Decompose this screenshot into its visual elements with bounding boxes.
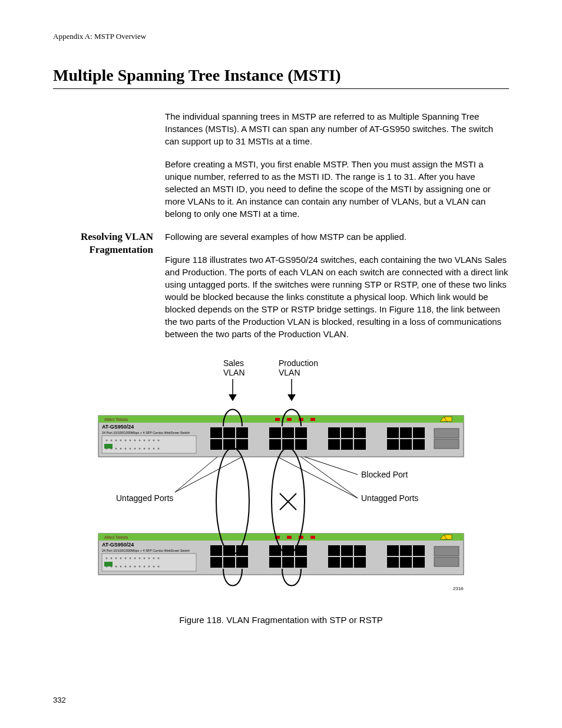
blocked-x-icon (280, 493, 296, 510)
running-header: Appendix A: MSTP Overview (53, 32, 509, 41)
svg-rect-97 (236, 557, 248, 568)
svg-point-75 (153, 558, 155, 559)
svg-rect-92 (210, 545, 222, 556)
svg-point-65 (106, 558, 108, 559)
svg-rect-32 (210, 427, 222, 438)
svg-point-74 (148, 558, 150, 559)
figure-svg: SalesVLAN ProductionVLAN Allied Telesis … (92, 357, 470, 604)
svg-point-16 (158, 440, 160, 442)
svg-rect-44 (328, 427, 340, 438)
svg-rect-35 (210, 439, 222, 450)
svg-rect-46 (354, 427, 366, 438)
label-untagged-left: Untagged Ports (116, 493, 173, 503)
svg-rect-53 (387, 439, 399, 450)
switch-model-bottom: AT-GS950/24 (102, 542, 134, 548)
svg-point-76 (158, 558, 160, 559)
svg-rect-40 (295, 427, 307, 438)
svg-point-87 (153, 566, 155, 568)
svg-point-85 (144, 566, 146, 568)
svg-point-83 (134, 566, 136, 568)
svg-point-88 (158, 566, 160, 568)
svg-rect-47 (328, 439, 340, 450)
svg-rect-63 (98, 533, 464, 541)
svg-rect-33 (223, 427, 235, 438)
svg-rect-43 (295, 439, 307, 450)
section-paragraph-1: Following are several examples of how MS… (165, 230, 509, 243)
svg-rect-52 (413, 427, 425, 438)
svg-rect-49 (354, 439, 366, 450)
arrow-production (288, 379, 295, 400)
svg-rect-3 (98, 416, 464, 423)
switch-brand-top: Allied Telesis (104, 417, 128, 421)
svg-rect-64 (102, 554, 196, 571)
svg-rect-37 (236, 439, 248, 450)
svg-rect-57 (434, 439, 459, 449)
svg-rect-108 (341, 557, 353, 568)
line-untagged-right-2 (301, 457, 358, 498)
svg-rect-50 (387, 427, 399, 438)
svg-rect-113 (387, 557, 399, 568)
svg-point-86 (148, 566, 150, 568)
label-production-vlan: ProductionVLAN (279, 358, 318, 377)
svg-point-23 (134, 448, 136, 450)
svg-point-28 (158, 448, 160, 450)
svg-rect-116 (434, 546, 459, 556)
svg-rect-51 (400, 427, 412, 438)
svg-rect-115 (413, 557, 425, 568)
svg-point-9 (125, 440, 127, 442)
svg-point-5 (106, 440, 108, 442)
svg-point-66 (111, 558, 113, 559)
svg-rect-101 (269, 557, 281, 568)
svg-rect-110 (387, 545, 399, 556)
svg-rect-121 (310, 536, 315, 539)
svg-point-72 (139, 558, 141, 559)
svg-rect-45 (341, 427, 353, 438)
svg-rect-96 (223, 557, 235, 568)
svg-point-80 (120, 566, 122, 568)
svg-point-21 (125, 448, 127, 450)
section-paragraph-2: Figure 118 illustrates two AT-GS950/24 s… (165, 253, 509, 340)
svg-rect-34 (236, 427, 248, 438)
svg-rect-55 (413, 439, 425, 450)
section-resolving-vlan-fragmentation: Resolving VLAN Fragmentation Following a… (53, 230, 509, 351)
svg-rect-41 (269, 439, 281, 450)
svg-point-7 (115, 440, 117, 442)
switch-model-top: AT-GS950/24 (102, 424, 134, 430)
page-number: 332 (53, 696, 66, 704)
svg-rect-104 (328, 545, 340, 556)
svg-rect-4 (102, 436, 196, 453)
svg-point-10 (130, 440, 131, 442)
svg-point-79 (115, 566, 117, 568)
svg-rect-39 (282, 427, 294, 438)
svg-rect-61 (310, 418, 315, 421)
svg-rect-102 (282, 557, 294, 568)
svg-rect-48 (341, 439, 353, 450)
figure-ref-number: 2316 (453, 586, 464, 591)
switch-desc-bottom: 24 Port 10/100/1000Mbps + 4 SFP Combo We… (102, 549, 190, 552)
svg-point-73 (144, 558, 146, 559)
svg-rect-89 (104, 562, 113, 566)
line-blocked (305, 457, 358, 475)
svg-rect-109 (354, 557, 366, 568)
svg-rect-106 (354, 545, 366, 556)
page-title: Multiple Spanning Tree Instance (MSTI) (53, 66, 509, 89)
svg-point-25 (144, 448, 146, 450)
intro-paragraph-1: The individual spanning trees in MSTP ar… (165, 110, 509, 147)
svg-point-15 (153, 440, 155, 442)
svg-rect-56 (434, 429, 459, 438)
svg-point-27 (153, 448, 155, 450)
switch-desc-top: 24 Port 10/100/1000Mbps + 4 SFP Combo We… (102, 431, 190, 434)
svg-point-84 (139, 566, 141, 568)
svg-rect-112 (413, 545, 425, 556)
svg-point-69 (125, 558, 127, 559)
switch-bottom: Allied Telesis AT-GS950/24 24 Port 10/10… (98, 533, 464, 591)
svg-point-14 (148, 440, 150, 442)
svg-point-26 (148, 448, 150, 450)
svg-point-24 (139, 448, 141, 450)
svg-point-20 (120, 448, 122, 450)
switch-top: Allied Telesis AT-GS950/24 24 Port 10/10… (98, 416, 464, 457)
arrow-sales (229, 379, 236, 400)
svg-point-81 (125, 566, 127, 568)
section-body: Following are several examples of how MS… (165, 230, 509, 351)
line-untagged-right-1 (277, 457, 358, 498)
